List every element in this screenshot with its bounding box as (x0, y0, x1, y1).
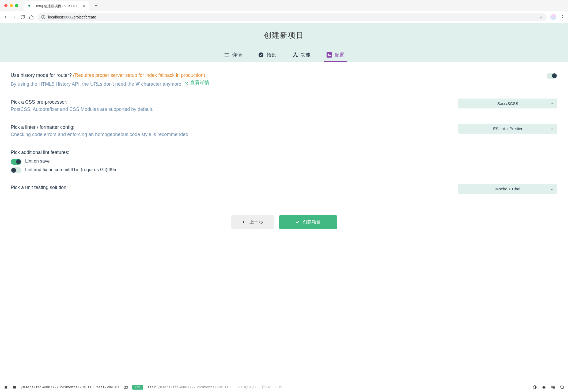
option-router: Use history mode for router? (Requires p… (11, 72, 557, 88)
checkbox-label: Lint on save (25, 159, 50, 164)
option-css: Pick a CSS pre-processor: PostCSS, Autop… (11, 99, 557, 113)
lint-on-save-toggle[interactable] (11, 159, 21, 165)
lint-on-commit-toggle[interactable] (11, 167, 21, 173)
browser-menu-icon[interactable]: ⋮ (560, 14, 565, 20)
close-window-icon[interactable] (4, 4, 7, 7)
button-label: 上一步 (249, 219, 263, 225)
url-host: localhost (48, 15, 63, 19)
linter-dropdown[interactable]: ESLint + Prettier (458, 124, 557, 134)
tab-label: 功能 (301, 52, 310, 58)
share-icon (292, 52, 298, 58)
unit-dropdown[interactable]: Mocha + Chai (458, 184, 557, 194)
option-lint-features: Pick additional lint features: Lint on s… (11, 149, 557, 173)
dropdown-value: Mocha + Chai (495, 187, 520, 191)
option-desc: By using the HTML5 History API, the URLs… (11, 79, 547, 88)
arrow-left-icon (242, 220, 247, 224)
tab-close-icon[interactable]: × (83, 4, 85, 9)
minimize-window-icon[interactable] (10, 4, 13, 7)
browser-tab[interactable]: [Beta] 创建新项目 - Vue CLI × (24, 1, 89, 11)
check-icon (295, 220, 300, 224)
footer-buttons: 上一步 创建项目 (11, 215, 557, 229)
maximize-window-icon[interactable] (15, 4, 18, 7)
dropdown-value: Sass/SCSS (497, 101, 518, 106)
button-label: 创建项目 (303, 219, 321, 225)
reload-icon[interactable] (20, 15, 25, 20)
nav-bar: localhost:8000/project/create ☆ ⋮ (0, 11, 568, 23)
option-label: Use history mode for router? (Requires p… (11, 72, 547, 79)
external-link-icon (184, 81, 188, 85)
option-desc: Checking code errors and enforcing an ho… (11, 131, 458, 138)
svg-point-2 (43, 16, 44, 16)
option-desc: PostCSS, Autoprefixer and CSS Modules ar… (11, 106, 458, 113)
site-info-icon[interactable] (41, 15, 46, 19)
option-linter: Pick a linter / formatter config: Checki… (11, 124, 557, 138)
bookmark-star-icon[interactable]: ☆ (539, 15, 543, 19)
url-bar[interactable]: localhost:8000/project/create ☆ (37, 13, 547, 21)
option-label: Pick a unit testing solution: (11, 184, 458, 191)
option-unit: Pick a unit testing solution: Mocha + Ch… (11, 184, 557, 194)
chevron-down-icon (550, 127, 554, 130)
back-icon[interactable] (3, 15, 8, 20)
chevron-down-icon (550, 187, 554, 190)
tab-details[interactable]: 详情 (221, 48, 245, 62)
new-tab-icon[interactable]: + (95, 3, 98, 9)
content-area: Use history mode for router? (Requires p… (0, 62, 568, 256)
option-label: Pick additional lint features: (11, 149, 557, 156)
tab-preset[interactable]: 预设 (255, 48, 279, 62)
prev-button[interactable]: 上一步 (231, 215, 274, 229)
vue-favicon-icon (27, 4, 31, 8)
router-toggle[interactable] (547, 73, 557, 79)
url-path: /project/create (72, 15, 96, 19)
tab-features[interactable]: 功能 (290, 48, 313, 62)
forward-icon[interactable] (12, 15, 17, 20)
url-text: localhost:8000/project/create (48, 15, 96, 19)
gear-icon (327, 52, 332, 58)
tab-label: 配置 (335, 52, 344, 58)
page-title: 创建新项目 (0, 30, 568, 40)
option-label: Pick a CSS pre-processor: (11, 99, 458, 106)
tab-config[interactable]: 配置 (324, 48, 347, 62)
option-label: Pick a linter / formatter config: (11, 124, 458, 131)
check-circle-icon (258, 52, 264, 58)
tab-title: [Beta] 创建新项目 - Vue CLI (34, 4, 77, 9)
checkbox-label: Lint and fix on commit[31m (requires Git… (25, 167, 118, 172)
list-icon (224, 52, 230, 58)
url-port: :8000 (63, 15, 72, 19)
browser-chrome: [Beta] 创建新项目 - Vue CLI × + localhost:800… (0, 0, 568, 23)
home-icon[interactable] (29, 15, 34, 20)
profile-avatar[interactable] (550, 14, 556, 20)
page-tabs: 详情 预设 功能 配置 (0, 48, 568, 62)
lint-on-commit-row: Lint and fix on commit[31m (requires Git… (11, 166, 557, 173)
option-warning: (Requires proper server setup for index … (73, 73, 205, 78)
css-dropdown[interactable]: Sass/SCSS (458, 99, 557, 108)
tab-bar: [Beta] 创建新项目 - Vue CLI × + (0, 0, 568, 11)
window-controls (3, 4, 18, 7)
page-header: 创建新项目 详情 预设 功能 配置 (0, 23, 568, 62)
create-button[interactable]: 创建项目 (279, 215, 337, 229)
chevron-down-icon (550, 102, 554, 105)
lint-on-save-row: Lint on save (11, 158, 557, 165)
tab-label: 预设 (267, 52, 276, 58)
dropdown-value: ESLint + Prettier (493, 126, 522, 131)
tab-label: 详情 (232, 52, 242, 58)
external-link[interactable]: 查看详情 (184, 79, 209, 86)
